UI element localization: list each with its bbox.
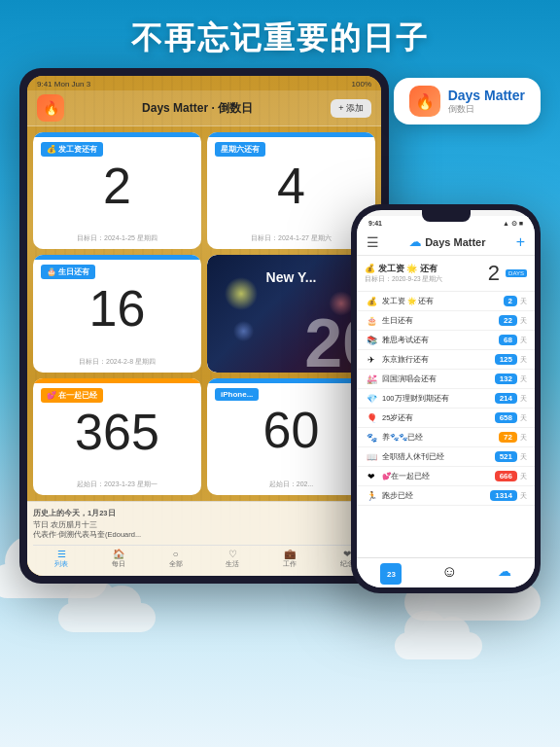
ipad-tab-life[interactable]: ♡ 生活 (226, 549, 239, 569)
tab-work-icon: 💼 (284, 549, 296, 559)
item-count-pet: 72 (499, 432, 517, 443)
item-label-birthday: 生日还有 (382, 316, 499, 326)
card-number-5: 365 (41, 407, 193, 457)
ipad-tab-work[interactable]: 💼 工作 (283, 549, 297, 569)
card-number-2: 4 (215, 160, 368, 211)
list-item-birthday[interactable]: 🎂 生日还有 22 天 (357, 311, 535, 331)
card-sub-5: 起始日：2023-1-23 星期一 (41, 480, 193, 489)
card-label-2: 星期六还有 (215, 142, 265, 157)
iphone-tab-cloud[interactable]: ☁ (498, 563, 511, 585)
list-item-ielts[interactable]: 📚 雅思考试还有 68 天 (357, 331, 535, 350)
item-label-running: 跑步已经 (382, 491, 490, 501)
list-item-tokyo[interactable]: ✈ 东京旅行还有 125 天 (357, 350, 535, 370)
iphone-menu-icon[interactable]: ☰ (367, 234, 379, 250)
card-bar-5 (33, 378, 201, 383)
ipad-header-title: Days Matter · 倒数日 (64, 100, 331, 117)
iphone-first-item[interactable]: 💰 发工资 🌟 还有 目标日：2020-9-23 星期六 2 DAYS (357, 256, 535, 292)
iphone-header: ☰ ☁ Days Matter + (357, 230, 535, 256)
tab-all-icon: ○ (173, 549, 179, 559)
iphone-app-title: Days Matter (425, 236, 485, 248)
card-sub-2: 目标日：2024-1-27 星期六 (215, 233, 368, 243)
iphone-status-icons: ▲ ⊙ ■ (503, 220, 523, 228)
item-icon-tokyo: ✈ (365, 355, 378, 365)
tab-all-label: 全部 (169, 560, 183, 569)
item-label-tokyo: 东京旅行还有 (382, 355, 495, 365)
iphone-first-number: 2 (488, 261, 500, 286)
item-icon-together: ❤ (365, 472, 378, 481)
ipad-add-button[interactable]: + 添加 (331, 99, 371, 118)
brand-subtitle: 倒数日 (448, 103, 525, 116)
cloud-tab-icon: ☁ (498, 563, 511, 579)
history-item-2: 代表作·倒溯代表马奎(Edouard... (33, 530, 375, 540)
iphone-bottom-bar: 23 ☺ ☁ (357, 557, 535, 587)
card-bar-3 (33, 255, 201, 260)
list-item-invest[interactable]: 💎 100万理财到期还有 214 天 (357, 389, 535, 409)
item-unit-pet: 天 (520, 433, 527, 443)
list-item-age[interactable]: 🎈 25岁还有 658 天 (357, 409, 535, 428)
card-bar-2 (207, 132, 375, 137)
ipad-tab-daily[interactable]: 🏠 每日 (112, 549, 125, 569)
cloud-2 (58, 603, 156, 632)
list-item-concert[interactable]: 💒 回国演唱会还有 132 天 (357, 370, 535, 389)
item-count-tokyo: 125 (495, 354, 517, 365)
card-label-5: 💕 在一起已经 (41, 388, 103, 403)
list-item-salary[interactable]: 💰 发工资 🌟 还有 2 天 (357, 292, 535, 311)
ipad-logo-emoji: 🔥 (43, 100, 59, 116)
item-label-together: 💕在一起已经 (382, 472, 495, 481)
item-icon-invest: 💎 (365, 394, 378, 404)
ipad-header: 🔥 Days Matter · 倒数日 + 添加 (27, 90, 381, 126)
card-number-1: 2 (41, 160, 193, 211)
item-count-birthday: 22 (499, 315, 517, 326)
iphone-days-badge: DAYS (506, 269, 527, 277)
iphone-tab-calendar[interactable]: 23 (380, 563, 402, 585)
cloud-4 (395, 632, 482, 659)
iphone-tab-face[interactable]: ☺ (441, 563, 457, 585)
ipad-tab-list[interactable]: ☰ 列表 (54, 549, 68, 569)
item-count-invest: 214 (495, 393, 517, 404)
item-unit-together: 天 (520, 472, 527, 481)
item-count-together: 666 (495, 471, 517, 481)
ipad-tab-all[interactable]: ○ 全部 (169, 549, 183, 569)
item-unit-tokyo: 天 (520, 355, 527, 365)
item-icon-salary: 💰 (365, 297, 378, 306)
list-item-pet[interactable]: 🐾 养🐾🐾已经 72 天 (357, 428, 535, 447)
card-birthday: 🎂 生日还有 16 目标日：2024-2-8 星期四 (33, 255, 201, 372)
card-number-6: 60 (215, 405, 368, 455)
item-icon-concert: 💒 (365, 374, 378, 384)
item-icon-age: 🎈 (365, 413, 378, 423)
item-unit-manga: 天 (520, 452, 527, 462)
tab-life-icon: ♡ (228, 549, 237, 559)
item-unit-age: 天 (520, 413, 527, 423)
tab-list-label: 列表 (54, 560, 68, 569)
brand-logo: 🔥 (409, 86, 440, 117)
item-icon-ielts: 📚 (365, 336, 378, 345)
item-label-manga: 全职猎人休刊已经 (382, 452, 495, 462)
ipad-battery: 100% (352, 80, 371, 89)
card-bar-1 (33, 132, 201, 137)
tab-memorial-icon: ❤ (343, 549, 351, 559)
calendar-icon: 23 (380, 563, 402, 585)
iphone-add-icon[interactable]: + (516, 233, 525, 251)
list-item-running[interactable]: 🏃 跑步已经 1314 天 (357, 486, 535, 506)
tab-list-icon: ☰ (57, 549, 66, 559)
item-count-salary: 2 (504, 296, 517, 306)
item-icon-birthday: 🎂 (365, 316, 378, 326)
iphone-cloud-icon: ☁ (409, 235, 421, 249)
iphone-first-label: 💰 发工资 🌟 还有 目标日：2020-9-23 星期六 (365, 263, 488, 284)
item-unit-running: 天 (520, 491, 527, 501)
item-icon-running: 🏃 (365, 491, 378, 501)
card-together: 💕 在一起已经 365 起始日：2023-1-23 星期一 (33, 378, 201, 495)
card-number-3: 16 (41, 283, 193, 334)
ipad-cards-grid: 💰 发工资还有 2 目标日：2024-1-25 星期四 星期六还有 4 目标日：… (27, 126, 381, 501)
ipad-screen: 9:41 Mon Jun 3 100% 🔥 Days Matter · 倒数日 … (27, 76, 381, 576)
item-count-age: 658 (495, 412, 517, 423)
list-item-together[interactable]: ❤ 💕在一起已经 666 天 (357, 467, 535, 486)
iphone-first-sub: 目标日：2020-9-23 星期六 (365, 275, 488, 284)
list-item-manga[interactable]: 📖 全职猎人休刊已经 521 天 (357, 447, 535, 467)
item-unit-birthday: 天 (520, 316, 527, 326)
ipad-device: 9:41 Mon Jun 3 100% 🔥 Days Matter · 倒数日 … (19, 68, 389, 584)
brand-badge: 🔥 Days Matter 倒数日 (394, 78, 541, 124)
history-section: 历史上的今天，1月23日 节日 农历腊月十三 代表作·倒溯代表马奎(Edouar… (33, 506, 375, 542)
tab-daily-label: 每日 (112, 560, 125, 569)
ipad-tab-bar: ☰ 列表 🏠 每日 ○ 全部 ♡ 生活 (33, 545, 375, 572)
